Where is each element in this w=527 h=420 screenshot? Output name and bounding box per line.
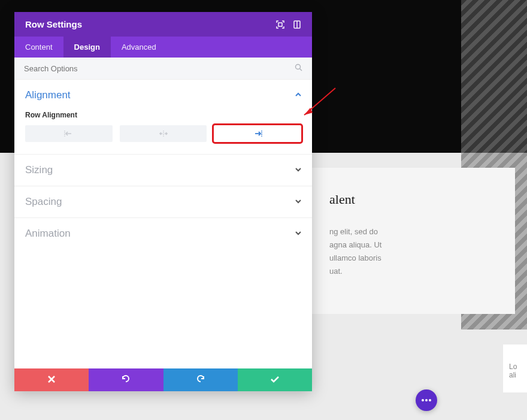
page-content-card: alent ng elit, sed do agna aliqua. Ut ul… [311, 168, 515, 314]
modal-footer [14, 368, 312, 391]
section-animation-header[interactable]: Animation [14, 218, 312, 249]
svg-point-6 [296, 65, 301, 70]
modal-header: Row Settings [14, 12, 312, 37]
section-spacing-title: Spacing [25, 196, 62, 208]
settings-tabs: Content Design Advanced [14, 37, 312, 58]
section-alignment-header[interactable]: Alignment [14, 80, 312, 111]
section-sizing: Sizing [14, 154, 312, 186]
tab-design[interactable]: Design [63, 37, 111, 58]
align-right-icon [253, 131, 262, 137]
close-icon [48, 374, 55, 385]
svg-point-2 [429, 399, 431, 401]
search-icon[interactable] [295, 64, 302, 73]
row-alignment-label: Row Alignment [25, 111, 301, 119]
chevron-down-icon [295, 166, 301, 174]
expand-icon[interactable] [276, 20, 284, 29]
redo-icon [196, 374, 205, 385]
search-input[interactable] [24, 64, 295, 73]
redo-button[interactable] [163, 368, 238, 391]
check-icon [271, 374, 279, 385]
chevron-up-icon [295, 91, 301, 99]
builder-toggle-button[interactable] [416, 389, 437, 411]
section-spacing-header[interactable]: Spacing [14, 186, 312, 217]
section-alignment-body: Row Alignment [14, 111, 312, 154]
tab-advanced[interactable]: Advanced [111, 37, 167, 58]
align-left-button[interactable] [25, 125, 113, 142]
modal-title: Row Settings [25, 19, 82, 29]
page-side-card: Lo ali [503, 345, 527, 392]
responsive-icon[interactable] [293, 20, 301, 29]
modal-header-actions [276, 20, 301, 29]
align-center-button[interactable] [120, 125, 207, 142]
cancel-button[interactable] [14, 368, 89, 391]
svg-point-1 [425, 399, 428, 401]
row-alignment-buttons [25, 125, 301, 142]
save-button[interactable] [238, 368, 312, 391]
row-settings-modal: Row Settings Content Design Advanced [14, 12, 312, 391]
section-sizing-header[interactable]: Sizing [14, 155, 312, 186]
align-center-icon [159, 131, 168, 137]
tab-content[interactable]: Content [14, 37, 63, 58]
page-body-text: ng elit, sed do agna aliqua. Ut ullamco … [329, 225, 497, 278]
section-animation: Animation [14, 217, 312, 249]
section-alignment-title: Alignment [25, 89, 71, 101]
svg-line-7 [300, 69, 302, 71]
align-right-button[interactable] [214, 125, 301, 142]
section-animation-title: Animation [25, 228, 71, 240]
undo-icon [121, 374, 131, 385]
svg-rect-3 [278, 23, 282, 26]
svg-point-0 [422, 399, 424, 401]
page-heading: alent [329, 192, 497, 207]
section-spacing: Spacing [14, 186, 312, 217]
undo-button[interactable] [89, 368, 163, 391]
chevron-down-icon [295, 229, 301, 238]
chevron-down-icon [295, 198, 301, 206]
align-left-icon [64, 131, 74, 137]
modal-body: Alignment Row Alignment [14, 79, 312, 368]
section-alignment: Alignment Row Alignment [14, 79, 312, 154]
section-sizing-title: Sizing [25, 164, 53, 176]
search-bar [14, 58, 312, 79]
